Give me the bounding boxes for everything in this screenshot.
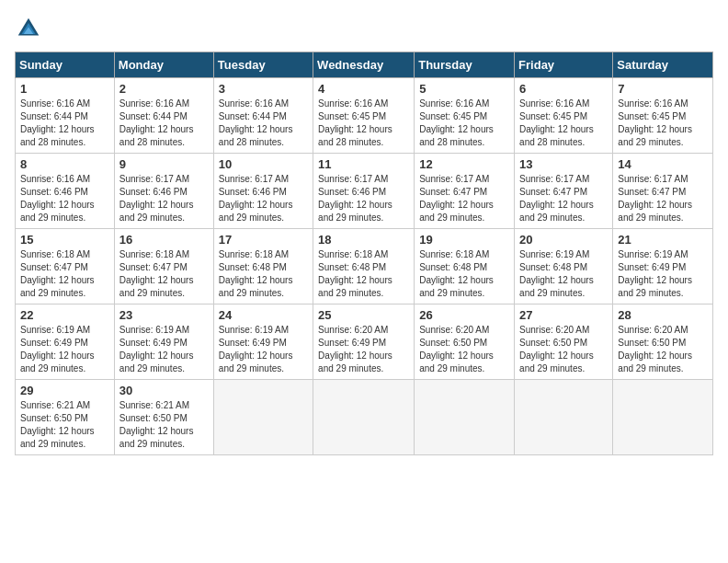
day-number: 4 [318, 82, 409, 96]
day-info: Sunrise: 6:17 AM Sunset: 6:47 PM Dayligh… [519, 173, 608, 224]
day-number: 12 [419, 157, 509, 171]
calendar-empty [313, 380, 415, 455]
calendar-day-8: 8Sunrise: 6:16 AM Sunset: 6:46 PM Daylig… [16, 154, 115, 229]
day-info: Sunrise: 6:19 AM Sunset: 6:49 PM Dayligh… [119, 324, 209, 375]
calendar-day-11: 11Sunrise: 6:17 AM Sunset: 6:46 PM Dayli… [313, 154, 415, 229]
day-info: Sunrise: 6:16 AM Sunset: 6:45 PM Dayligh… [618, 98, 708, 149]
header-wednesday: Wednesday [313, 52, 415, 78]
calendar-day-1: 1Sunrise: 6:16 AM Sunset: 6:44 PM Daylig… [16, 78, 115, 154]
header-thursday: Thursday [415, 52, 515, 78]
calendar-day-7: 7Sunrise: 6:16 AM Sunset: 6:45 PM Daylig… [613, 78, 713, 154]
calendar-empty [415, 380, 515, 455]
day-number: 24 [219, 308, 308, 322]
day-number: 5 [419, 82, 509, 96]
calendar-day-18: 18Sunrise: 6:18 AM Sunset: 6:48 PM Dayli… [313, 229, 415, 304]
day-info: Sunrise: 6:17 AM Sunset: 6:46 PM Dayligh… [318, 173, 409, 224]
calendar-day-15: 15Sunrise: 6:18 AM Sunset: 6:47 PM Dayli… [16, 229, 115, 304]
calendar-day-23: 23Sunrise: 6:19 AM Sunset: 6:49 PM Dayli… [114, 304, 213, 380]
day-info: Sunrise: 6:17 AM Sunset: 6:46 PM Dayligh… [119, 173, 209, 224]
calendar-day-25: 25Sunrise: 6:20 AM Sunset: 6:49 PM Dayli… [313, 304, 415, 380]
day-info: Sunrise: 6:19 AM Sunset: 6:49 PM Dayligh… [20, 324, 109, 375]
day-info: Sunrise: 6:18 AM Sunset: 6:47 PM Dayligh… [20, 248, 109, 300]
calendar-week-4: 22Sunrise: 6:19 AM Sunset: 6:49 PM Dayli… [16, 304, 713, 380]
header-tuesday: Tuesday [213, 52, 313, 78]
day-number: 23 [119, 308, 209, 322]
day-number: 7 [618, 82, 708, 96]
day-number: 9 [119, 157, 209, 171]
day-info: Sunrise: 6:21 AM Sunset: 6:50 PM Dayligh… [119, 399, 209, 451]
day-number: 29 [20, 384, 109, 397]
logo [15, 15, 46, 42]
day-info: Sunrise: 6:20 AM Sunset: 6:50 PM Dayligh… [618, 324, 708, 375]
day-info: Sunrise: 6:16 AM Sunset: 6:44 PM Dayligh… [20, 98, 109, 149]
day-number: 2 [119, 82, 209, 96]
day-info: Sunrise: 6:19 AM Sunset: 6:49 PM Dayligh… [618, 248, 708, 300]
day-number: 18 [318, 233, 409, 247]
day-number: 30 [119, 384, 209, 397]
day-number: 22 [20, 308, 109, 322]
calendar-day-27: 27Sunrise: 6:20 AM Sunset: 6:50 PM Dayli… [515, 304, 613, 380]
calendar-day-28: 28Sunrise: 6:20 AM Sunset: 6:50 PM Dayli… [613, 304, 713, 380]
calendar: SundayMondayTuesdayWednesdayThursdayFrid… [15, 52, 713, 455]
day-info: Sunrise: 6:21 AM Sunset: 6:50 PM Dayligh… [20, 399, 109, 451]
day-info: Sunrise: 6:16 AM Sunset: 6:46 PM Dayligh… [20, 173, 109, 224]
calendar-day-22: 22Sunrise: 6:19 AM Sunset: 6:49 PM Dayli… [16, 304, 115, 380]
day-info: Sunrise: 6:16 AM Sunset: 6:44 PM Dayligh… [219, 98, 308, 149]
day-number: 21 [618, 233, 708, 247]
calendar-empty [515, 380, 613, 455]
day-number: 13 [519, 157, 608, 171]
day-info: Sunrise: 6:16 AM Sunset: 6:44 PM Dayligh… [119, 98, 209, 149]
calendar-day-30: 30Sunrise: 6:21 AM Sunset: 6:50 PM Dayli… [114, 380, 213, 455]
calendar-day-14: 14Sunrise: 6:17 AM Sunset: 6:47 PM Dayli… [613, 154, 713, 229]
calendar-week-3: 15Sunrise: 6:18 AM Sunset: 6:47 PM Dayli… [16, 229, 713, 304]
day-info: Sunrise: 6:17 AM Sunset: 6:47 PM Dayligh… [419, 173, 509, 224]
page-header [15, 15, 713, 42]
calendar-day-6: 6Sunrise: 6:16 AM Sunset: 6:45 PM Daylig… [515, 78, 613, 154]
day-number: 1 [20, 82, 109, 96]
calendar-day-12: 12Sunrise: 6:17 AM Sunset: 6:47 PM Dayli… [415, 154, 515, 229]
day-info: Sunrise: 6:16 AM Sunset: 6:45 PM Dayligh… [519, 98, 608, 149]
day-info: Sunrise: 6:17 AM Sunset: 6:46 PM Dayligh… [219, 173, 308, 224]
day-number: 3 [219, 82, 308, 96]
day-number: 16 [119, 233, 209, 247]
calendar-day-10: 10Sunrise: 6:17 AM Sunset: 6:46 PM Dayli… [213, 154, 313, 229]
day-number: 11 [318, 157, 409, 171]
logo-icon [15, 15, 42, 42]
day-number: 26 [419, 308, 509, 322]
calendar-header-row: SundayMondayTuesdayWednesdayThursdayFrid… [16, 52, 713, 78]
calendar-day-3: 3Sunrise: 6:16 AM Sunset: 6:44 PM Daylig… [213, 78, 313, 154]
calendar-day-9: 9Sunrise: 6:17 AM Sunset: 6:46 PM Daylig… [114, 154, 213, 229]
calendar-day-21: 21Sunrise: 6:19 AM Sunset: 6:49 PM Dayli… [613, 229, 713, 304]
day-number: 19 [419, 233, 509, 247]
day-info: Sunrise: 6:20 AM Sunset: 6:50 PM Dayligh… [419, 324, 509, 375]
calendar-day-19: 19Sunrise: 6:18 AM Sunset: 6:48 PM Dayli… [415, 229, 515, 304]
day-info: Sunrise: 6:18 AM Sunset: 6:47 PM Dayligh… [119, 248, 209, 300]
calendar-day-2: 2Sunrise: 6:16 AM Sunset: 6:44 PM Daylig… [114, 78, 213, 154]
day-info: Sunrise: 6:18 AM Sunset: 6:48 PM Dayligh… [219, 248, 308, 300]
day-info: Sunrise: 6:20 AM Sunset: 6:50 PM Dayligh… [519, 324, 608, 375]
calendar-week-2: 8Sunrise: 6:16 AM Sunset: 6:46 PM Daylig… [16, 154, 713, 229]
calendar-day-16: 16Sunrise: 6:18 AM Sunset: 6:47 PM Dayli… [114, 229, 213, 304]
header-saturday: Saturday [613, 52, 713, 78]
day-number: 10 [219, 157, 308, 171]
day-info: Sunrise: 6:19 AM Sunset: 6:49 PM Dayligh… [219, 324, 308, 375]
day-number: 6 [519, 82, 608, 96]
day-number: 20 [519, 233, 608, 247]
header-friday: Friday [515, 52, 613, 78]
day-info: Sunrise: 6:19 AM Sunset: 6:48 PM Dayligh… [519, 248, 608, 300]
calendar-week-1: 1Sunrise: 6:16 AM Sunset: 6:44 PM Daylig… [16, 78, 713, 154]
day-info: Sunrise: 6:20 AM Sunset: 6:49 PM Dayligh… [318, 324, 409, 375]
header-sunday: Sunday [16, 52, 115, 78]
day-number: 28 [618, 308, 708, 322]
header-monday: Monday [114, 52, 213, 78]
calendar-day-13: 13Sunrise: 6:17 AM Sunset: 6:47 PM Dayli… [515, 154, 613, 229]
calendar-day-24: 24Sunrise: 6:19 AM Sunset: 6:49 PM Dayli… [213, 304, 313, 380]
day-number: 25 [318, 308, 409, 322]
calendar-week-5: 29Sunrise: 6:21 AM Sunset: 6:50 PM Dayli… [16, 380, 713, 455]
calendar-day-20: 20Sunrise: 6:19 AM Sunset: 6:48 PM Dayli… [515, 229, 613, 304]
calendar-day-5: 5Sunrise: 6:16 AM Sunset: 6:45 PM Daylig… [415, 78, 515, 154]
calendar-day-4: 4Sunrise: 6:16 AM Sunset: 6:45 PM Daylig… [313, 78, 415, 154]
day-info: Sunrise: 6:17 AM Sunset: 6:47 PM Dayligh… [618, 173, 708, 224]
calendar-empty [613, 380, 713, 455]
day-info: Sunrise: 6:18 AM Sunset: 6:48 PM Dayligh… [318, 248, 409, 300]
